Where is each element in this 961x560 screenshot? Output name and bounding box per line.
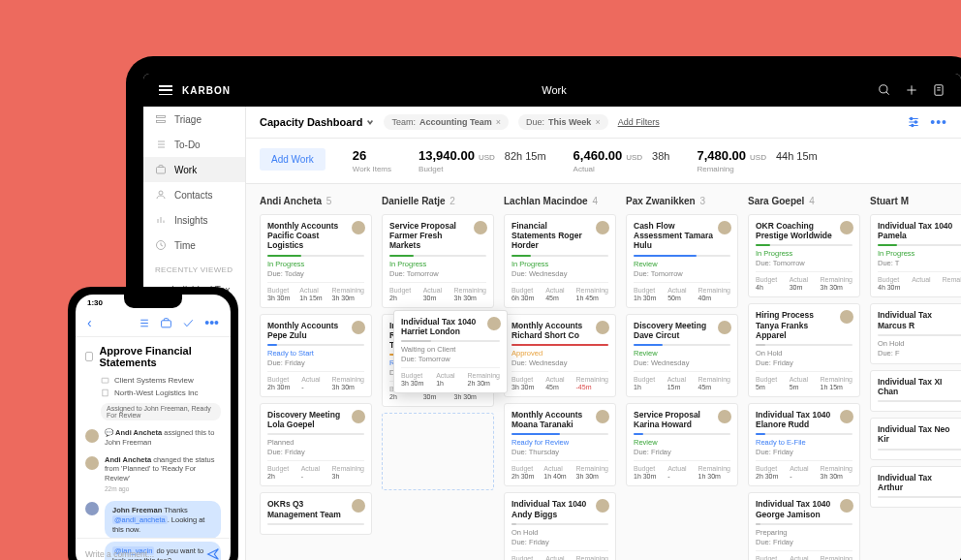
card-status: In Progress: [756, 249, 852, 258]
column-header: Lachlan Macindoe 4: [504, 194, 616, 208]
svg-point-13: [159, 191, 163, 195]
work-card[interactable]: OKRs Q3 Management Team: [260, 492, 372, 534]
filter-team[interactable]: Team: Accounting Team×: [384, 114, 509, 130]
send-icon[interactable]: [205, 546, 221, 560]
svg-rect-32: [103, 389, 108, 396]
card-status: Ready to E-File: [756, 438, 852, 447]
filter-due[interactable]: Due: This Week×: [518, 114, 608, 130]
work-card[interactable]: Individual Tax 1040 George Jamison Prepa…: [748, 492, 860, 560]
card-title: Financial Statements Roger Horder: [512, 221, 608, 251]
card-title: Individual Tax 1040 Harriet London: [401, 317, 500, 336]
card-title: Individual Tax XI Chan: [878, 377, 961, 396]
plus-icon[interactable]: [905, 83, 918, 97]
svg-rect-31: [102, 378, 108, 383]
work-card[interactable]: Discovery Meeting Lola Goepel Planned Du…: [260, 403, 372, 486]
brand-logo: KARBON: [182, 85, 231, 96]
list-icon[interactable]: [138, 317, 150, 329]
sidebar-item-time[interactable]: Time: [143, 233, 245, 258]
progress-bar: [389, 255, 486, 257]
card-status: Approved: [512, 349, 608, 358]
close-icon[interactable]: ×: [496, 117, 501, 127]
work-card[interactable]: Individual Tax 1040 Pamela In Progress D…: [870, 214, 961, 297]
work-card[interactable]: Monthly Accounts Pepe Zulu Ready to Star…: [260, 314, 372, 397]
progress-bar: [878, 496, 961, 498]
card-due: Due: T: [878, 259, 961, 267]
sidebar-item-todo[interactable]: To-Do: [143, 132, 245, 157]
card-status: Preparing: [756, 528, 852, 537]
card-due: Due: Wednesday: [512, 269, 608, 278]
more-menu-icon[interactable]: •••: [930, 114, 947, 130]
svg-point-0: [880, 85, 887, 93]
notes-icon[interactable]: [932, 83, 946, 97]
card-metrics: Budget1h 30m Actual- Remaining1h 30m: [634, 460, 730, 480]
work-card[interactable]: Individual Tax Arthur: [870, 466, 961, 508]
progress-bar: [878, 334, 961, 336]
briefcase-icon[interactable]: [160, 317, 172, 329]
work-card[interactable]: Individual Tax Marcus R On Hold Due: F: [870, 303, 961, 363]
card-title: Hiring Process Tanya Franks Apparel: [756, 310, 852, 340]
column-header: Pax Zwanikken 3: [626, 194, 738, 208]
comment-input[interactable]: Write a comment...: [76, 538, 231, 560]
work-card[interactable]: OKR Coaching Prestige Worldwide In Progr…: [748, 214, 860, 297]
avatar: [840, 410, 853, 423]
card-metrics: Budget4h 30m Actual Remaining: [878, 271, 961, 291]
search-icon[interactable]: [878, 83, 891, 97]
dashboard-title[interactable]: Capacity Dashboard: [260, 116, 374, 128]
hamburger-icon[interactable]: [159, 85, 172, 95]
more-icon[interactable]: •••: [204, 315, 219, 330]
card-due: Due: Friday: [267, 358, 364, 367]
check-icon[interactable]: [182, 317, 195, 329]
sidebar-item-triage[interactable]: Triage: [143, 107, 245, 132]
work-card[interactable]: Cash Flow Assessment Tamara Hulu Review …: [626, 214, 738, 308]
dragging-card[interactable]: Individual Tax 1040 Harriet London Waiti…: [393, 310, 508, 393]
card-metrics: Budget2h 30m Actual- Remaining3h 30m: [267, 371, 364, 390]
app-header: KARBON Work: [143, 74, 961, 107]
svg-rect-8: [157, 121, 166, 123]
sidebar-item-insights[interactable]: Insights: [143, 207, 245, 233]
sidebar-item-work[interactable]: Work: [143, 157, 245, 182]
sidebar-label: Work: [174, 165, 197, 175]
add-filters-link[interactable]: Add Filters: [618, 117, 660, 127]
work-card[interactable]: Hiring Process Tanya Franks Apparel On H…: [748, 303, 860, 397]
triage-icon: [155, 113, 167, 125]
drop-zone[interactable]: [382, 413, 494, 490]
close-icon[interactable]: ×: [595, 117, 600, 127]
task-title: Approve Financial Statements: [85, 345, 221, 368]
sidebar-item-contacts[interactable]: Contacts: [143, 182, 245, 207]
add-work-button[interactable]: Add Work: [260, 148, 326, 171]
work-card[interactable]: Individual Tax XI Chan: [870, 370, 961, 412]
work-card[interactable]: Discovery Meeting Dave Circut Review Due…: [626, 314, 738, 397]
checkbox[interactable]: [85, 352, 93, 361]
card-status: Ready for Review: [512, 438, 608, 447]
card-title: Monthly Accounts Richard Short Co: [512, 321, 608, 340]
card-metrics: Budget6h 30m Actual45m Remaining1h 45m: [512, 282, 608, 301]
client-row[interactable]: Client Systems Review: [85, 374, 221, 387]
progress-bar: [267, 344, 364, 346]
client-row[interactable]: North-West Logistics Inc: [85, 387, 221, 399]
work-card[interactable]: Monthly Accounts Moana Taranaki Ready fo…: [504, 403, 616, 486]
card-title: Cash Flow Assessment Tamara Hulu: [634, 221, 730, 251]
avatar: [718, 410, 731, 423]
card-due: Due: Tomorrow: [756, 259, 852, 267]
back-icon[interactable]: ‹: [87, 315, 92, 330]
progress-bar: [756, 244, 852, 246]
work-card[interactable]: Individual Tax 1040 Andy Biggs On Hold D…: [504, 492, 616, 560]
work-card[interactable]: Individual Tax Neo Kir: [870, 418, 961, 459]
sidebar-label: Time: [174, 240, 196, 251]
work-card[interactable]: Monthly Accounts Pacific Coast Logistics…: [260, 214, 372, 308]
card-metrics: Budget2h Actual- Remaining3h: [267, 460, 364, 480]
filter-sliders-icon[interactable]: [907, 115, 920, 129]
work-card[interactable]: Monthly Accounts Richard Short Co Approv…: [504, 314, 616, 397]
work-card[interactable]: Service Proposal Farmer Fresh Markets In…: [382, 214, 494, 308]
work-card[interactable]: Financial Statements Roger Horder In Pro…: [504, 214, 616, 308]
card-metrics: Budget3h 30m Actual1h 15m Remaining3h 30…: [267, 282, 364, 301]
progress-bar: [634, 344, 730, 346]
building-icon: [101, 389, 109, 397]
stats-bar: Add Work 26Work Items 13,940.00USD82h 15…: [246, 139, 961, 184]
progress-bar: [878, 449, 961, 451]
progress-bar: [267, 255, 364, 257]
work-card[interactable]: Individual Tax 1040 Elanore Rudd Ready t…: [748, 403, 860, 486]
work-card[interactable]: Service Proposal Karina Howard Review Du…: [626, 403, 738, 486]
svg-point-26: [912, 124, 914, 126]
todo-icon: [155, 139, 167, 150]
